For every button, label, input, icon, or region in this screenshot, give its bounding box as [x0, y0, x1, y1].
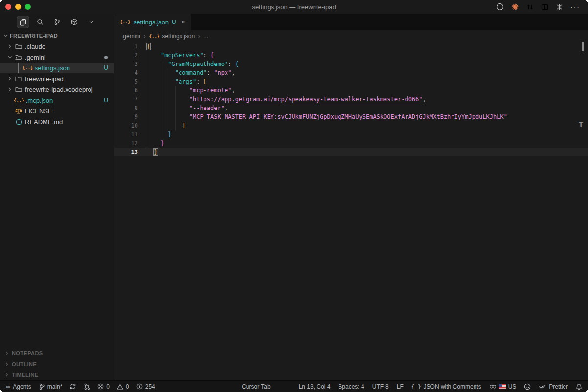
code-token: "--header" — [189, 105, 225, 111]
sidebar-section-notepads[interactable]: NOTEPADS — [0, 348, 114, 358]
tree-item-.gemini[interactable]: .gemini — [0, 52, 114, 63]
sidebar-section-timeline[interactable]: TIMELINE — [0, 369, 114, 380]
code-token: : — [207, 69, 214, 76]
tree-item-README.md[interactable]: README.md — [0, 116, 114, 127]
modified-dot-badge — [104, 56, 108, 59]
code-line-2[interactable]: 2 "mcpServers": { — [114, 51, 588, 60]
close-window-button[interactable] — [5, 4, 11, 10]
status-feedback-smiley[interactable] — [524, 383, 531, 390]
code-line-8[interactable]: 8 "--header", — [114, 104, 588, 112]
explorer-root-header[interactable]: FREEWRITE-IPAD — [0, 30, 114, 41]
code-token — [147, 140, 161, 147]
explorer-root-label: FREEWRITE-IPAD — [10, 33, 58, 39]
folder-icon — [14, 76, 23, 82]
code-token: "MCP-TASK-MASTER-API-KEY:svCJUkmFUNZjGpD… — [189, 113, 507, 120]
status-cursor-tab[interactable]: Cursor Tab — [242, 383, 270, 390]
status-ln-13-col-4[interactable]: Ln 13, Col 4 — [299, 383, 331, 390]
code-line-12[interactable]: 12 } — [114, 139, 588, 148]
status-agents[interactable]: ∞Agents — [6, 383, 31, 390]
breadcrumb-item[interactable]: ... — [204, 33, 208, 40]
folder-open-icon — [14, 54, 23, 60]
code-line-1[interactable]: 1{ — [114, 42, 588, 51]
breadcrumb-item[interactable]: .gemini — [121, 33, 140, 40]
line-number: 7 — [114, 95, 138, 104]
code-line-7[interactable]: 7 "https://app.getgram.ai/mcp/speakeasy-… — [114, 95, 588, 104]
status-bell[interactable] — [576, 383, 582, 390]
split-editor-icon[interactable] — [541, 4, 548, 10]
status-spaces-4[interactable]: Spaces: 4 — [338, 383, 364, 390]
title-bar: settings.json — freewrite-ipad ··· — [0, 0, 588, 14]
code-line-6[interactable]: 6 "mcp-remote", — [114, 86, 588, 95]
code-token: { — [235, 61, 239, 67]
ellipsis-icon[interactable]: ··· — [570, 3, 580, 11]
folder-icon — [14, 87, 23, 92]
minimize-window-button[interactable] — [15, 4, 21, 10]
layout-circles-icon — [489, 384, 497, 389]
breadcrumb-item[interactable]: {..}settings.json — [149, 33, 195, 40]
file-label: freewrite-ipad — [25, 75, 64, 83]
info-ring-icon — [136, 383, 143, 390]
activity-files-button[interactable] — [17, 16, 29, 28]
tree-item-.claude[interactable]: .claude — [0, 41, 114, 52]
close-tab-icon[interactable]: × — [181, 19, 185, 25]
json-file-icon: {..} — [120, 20, 131, 24]
editor-group: {..} settings.json U × .gemini›{..}setti… — [114, 14, 588, 380]
status-us[interactable]: US — [489, 383, 517, 390]
chevron-right-icon — [6, 44, 14, 49]
code-token: , — [231, 69, 235, 76]
chevron-right-icon — [4, 351, 9, 356]
main-area: FREEWRITE-IPAD .claude.gemini{..}setting… — [0, 14, 588, 380]
search-icon — [36, 18, 44, 26]
gear-icon[interactable] — [556, 3, 563, 11]
status-utf-8[interactable]: UTF-8 — [372, 383, 389, 390]
line-number: 10 — [114, 121, 138, 130]
status-main-[interactable]: main* — [39, 383, 63, 390]
activity-extensions-cube-button[interactable] — [68, 16, 81, 28]
tab-settings-json[interactable]: {..} settings.json U × — [114, 14, 191, 30]
status-0[interactable]: 0 — [97, 383, 110, 390]
status-pull-request[interactable] — [84, 383, 90, 390]
sidebar-section-outline[interactable]: OUTLINE — [0, 358, 114, 369]
code-line-10[interactable]: 10 ] — [114, 121, 588, 130]
status-label: UTF-8 — [372, 383, 389, 390]
code-token: "npx" — [214, 69, 231, 76]
code-line-9[interactable]: 9 "MCP-TASK-MASTER-API-KEY:svCJUkmFUNZjG… — [114, 112, 588, 121]
explorer-tree: FREEWRITE-IPAD .claude.gemini{..}setting… — [0, 30, 114, 127]
code-token — [147, 131, 168, 138]
status-label: Agents — [13, 383, 31, 390]
code-text: { — [147, 42, 150, 51]
activity-chevron-down-button[interactable] — [85, 16, 98, 28]
editor-surface[interactable]: 1{2 "mcpServers": {3 "GramMcpauthdemo": … — [114, 42, 588, 380]
tree-item-freewrite-ipad.xcodeproj[interactable]: freewrite-ipad.xcodeproj — [0, 84, 114, 95]
chevron-right-icon — [4, 372, 9, 377]
status-lf[interactable]: LF — [397, 383, 404, 390]
claude-star-icon[interactable] — [511, 3, 519, 11]
tree-item-LICENSE[interactable]: LICENSE — [0, 106, 114, 116]
status-254[interactable]: 254 — [136, 383, 155, 390]
zoom-window-button[interactable] — [25, 4, 31, 10]
file-label: .claude — [25, 43, 45, 50]
code-line-4[interactable]: 4 "command": "npx", — [114, 68, 588, 77]
tree-item-.mcp.json[interactable]: {..}.mcp.jsonU — [0, 95, 114, 106]
code-line-5[interactable]: 5 "args": [ — [114, 77, 588, 86]
status-prettier[interactable]: Prettier — [539, 383, 568, 390]
chevron-right-icon — [6, 87, 14, 92]
code-line-13[interactable]: 13 } — [114, 148, 588, 156]
bracket-match: { — [147, 43, 150, 50]
activity-source-control-button[interactable] — [51, 16, 64, 28]
status-sync[interactable] — [69, 383, 76, 390]
extensions-cube-icon — [70, 18, 78, 26]
line-number: 2 — [114, 51, 138, 60]
code-line-3[interactable]: 3 "GramMcpauthdemo": { — [114, 60, 588, 68]
tree-item-freewrite-ipad[interactable]: freewrite-ipad — [0, 73, 114, 84]
status-json-with-comments[interactable]: { }JSON with Comments — [411, 383, 481, 390]
code-line-11[interactable]: 11 } — [114, 130, 588, 139]
openai-icon[interactable] — [496, 3, 504, 11]
feedback-smiley-icon — [524, 383, 531, 390]
activity-search-button[interactable] — [34, 16, 46, 28]
code-token: https://app.getgram.ai/mcp/speakeasy-tea… — [193, 96, 419, 103]
line-number: 8 — [114, 104, 138, 112]
tree-item-settings.json[interactable]: {..}settings.jsonU — [0, 63, 114, 73]
status-0[interactable]: 0 — [117, 383, 129, 390]
cycle-arrows-icon[interactable] — [526, 3, 534, 11]
